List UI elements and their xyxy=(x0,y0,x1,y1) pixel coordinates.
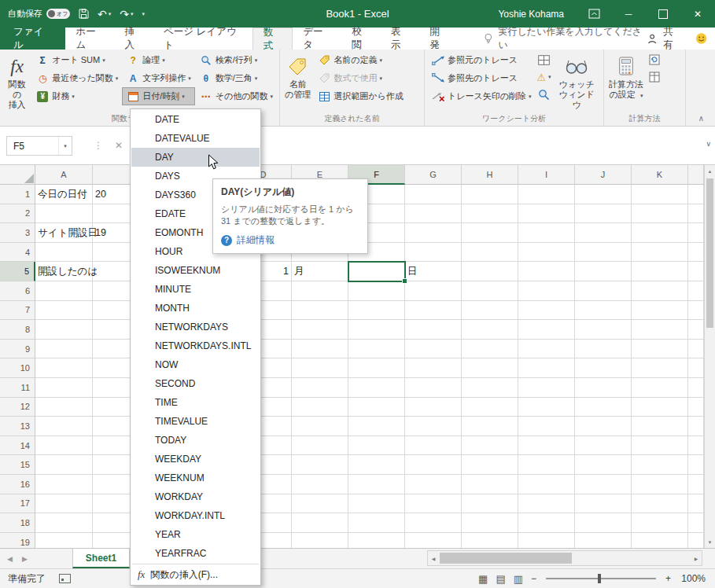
cell-G1[interactable] xyxy=(405,185,462,204)
cell-partial-row9[interactable] xyxy=(688,340,704,359)
evaluate-formula-button[interactable] xyxy=(536,86,553,103)
cell-K8[interactable] xyxy=(632,320,688,340)
save-button[interactable] xyxy=(79,9,89,19)
menu-item-YEAR[interactable]: YEAR xyxy=(131,525,260,544)
cell-G16[interactable] xyxy=(405,475,462,494)
cell-A9[interactable] xyxy=(35,340,93,359)
cell-I6[interactable] xyxy=(518,281,575,301)
cell-K18[interactable] xyxy=(632,513,688,533)
cell-A14[interactable] xyxy=(35,436,93,456)
cell-H15[interactable] xyxy=(462,455,518,475)
cell-partial-row13[interactable] xyxy=(688,417,704,436)
normal-view-icon[interactable]: ▦ xyxy=(478,573,488,585)
cell-G9[interactable] xyxy=(405,340,462,359)
zoom-out-button[interactable]: − xyxy=(531,573,536,584)
trace-dependents-button[interactable]: 参照先のトレース xyxy=(427,69,536,87)
cell-partial-row4[interactable] xyxy=(688,243,704,263)
cell-F15[interactable] xyxy=(348,455,405,475)
cell-A12[interactable] xyxy=(35,398,93,417)
cell-F13[interactable] xyxy=(348,417,405,436)
cell-I17[interactable] xyxy=(518,494,575,514)
date-time-button[interactable]: 日付/時刻 ▾ xyxy=(122,87,195,105)
name-box[interactable]: F5 ▾ xyxy=(6,136,72,156)
cell-H13[interactable] xyxy=(462,417,518,436)
cell-J14[interactable] xyxy=(575,436,632,456)
macro-record-icon[interactable] xyxy=(59,574,71,583)
cell-partial-row5[interactable] xyxy=(688,262,704,281)
vertical-scrollbar-thumb[interactable] xyxy=(706,178,713,328)
menu-item-MONTH[interactable]: MONTH xyxy=(131,299,260,318)
cell-H19[interactable] xyxy=(462,533,518,548)
cell-J17[interactable] xyxy=(575,494,632,514)
menu-item-TODAY[interactable]: TODAY xyxy=(131,431,260,450)
cell-K5[interactable] xyxy=(632,262,688,281)
cell-H17[interactable] xyxy=(462,494,518,514)
menu-item-TIME[interactable]: TIME xyxy=(131,393,260,412)
cell-F12[interactable] xyxy=(348,398,405,417)
collapse-ribbon-icon[interactable]: ∧ xyxy=(698,114,704,123)
zoom-slider-thumb[interactable] xyxy=(598,574,601,583)
cell-F14[interactable] xyxy=(348,436,405,456)
row-header-12[interactable]: 12 xyxy=(0,398,35,417)
remove-arrows-button[interactable]: トレース矢印の削除 ▾ xyxy=(427,87,536,105)
horizontal-scrollbar-thumb[interactable] xyxy=(440,553,572,564)
cancel-button[interactable]: ✕ xyxy=(111,138,127,153)
row-header-3[interactable]: 3 xyxy=(0,223,35,243)
cell-I8[interactable] xyxy=(518,320,575,340)
menu-item-DATEVALUE[interactable]: DATEVALUE xyxy=(131,129,260,148)
row-header-15[interactable]: 15 xyxy=(0,455,35,475)
cell-I14[interactable] xyxy=(518,436,575,456)
cell-I12[interactable] xyxy=(518,398,575,417)
row-header-16[interactable]: 16 xyxy=(0,475,35,494)
cell-K7[interactable] xyxy=(632,301,688,321)
cell-A3[interactable]: サイト開設日 xyxy=(35,223,93,243)
row-header-18[interactable]: 18 xyxy=(0,513,35,533)
cell-partial-row10[interactable] xyxy=(688,358,704,378)
menu-item-MINUTE[interactable]: MINUTE xyxy=(131,280,260,299)
cell-H1[interactable] xyxy=(462,185,518,204)
scroll-left-icon[interactable]: ◀ xyxy=(428,551,439,565)
calculation-options-button[interactable]: 計算方法 の設定 ▾ xyxy=(606,51,646,101)
cell-E9[interactable] xyxy=(292,340,348,359)
cell-H2[interactable] xyxy=(462,204,518,224)
cell-G10[interactable] xyxy=(405,358,462,378)
row-header-8[interactable]: 8 xyxy=(0,320,35,340)
cell-K9[interactable] xyxy=(632,340,688,359)
cell-I15[interactable] xyxy=(518,455,575,475)
name-manager-button[interactable]: 名前 の管理 xyxy=(282,51,313,100)
ribbon-tab-file[interactable]: ファイル xyxy=(0,28,65,50)
name-box-value[interactable]: F5 xyxy=(7,141,58,152)
cell-F11[interactable] xyxy=(348,378,405,398)
ribbon-tab-データ[interactable]: データ xyxy=(293,28,341,50)
cell-G2[interactable] xyxy=(405,204,462,224)
undo-button[interactable]: ↶ ▾ xyxy=(98,9,111,20)
ribbon-tab-数式[interactable]: 数式 xyxy=(252,28,293,50)
menu-item-TIMEVALUE[interactable]: TIMEVALUE xyxy=(131,412,260,431)
cell-K19[interactable] xyxy=(632,533,688,548)
cell-E12[interactable] xyxy=(292,398,348,417)
row-header-4[interactable]: 4 xyxy=(0,243,35,263)
menu-item-NOW[interactable]: NOW xyxy=(131,355,260,374)
cell-A17[interactable] xyxy=(35,494,93,514)
selected-cell-outline[interactable] xyxy=(348,261,406,282)
chevron-down-icon[interactable]: ▾ xyxy=(58,137,72,155)
cell-G14[interactable] xyxy=(405,436,462,456)
cell-F19[interactable] xyxy=(348,533,405,548)
column-header-K[interactable]: K xyxy=(632,165,688,185)
cell-K11[interactable] xyxy=(632,378,688,398)
watch-window-button[interactable]: ウォッチ ウィンドウ xyxy=(553,51,601,110)
cell-K1[interactable] xyxy=(632,185,688,204)
cell-I16[interactable] xyxy=(518,475,575,494)
show-formulas-button[interactable] xyxy=(536,51,553,68)
cell-F18[interactable] xyxy=(348,513,405,533)
cell-G12[interactable] xyxy=(405,398,462,417)
cell-E10[interactable] xyxy=(292,358,348,378)
cell-H6[interactable] xyxy=(462,281,518,301)
column-header-J[interactable]: J xyxy=(575,165,632,185)
row-header-1[interactable]: 1 xyxy=(0,185,35,204)
cell-E11[interactable] xyxy=(292,378,348,398)
cell-K12[interactable] xyxy=(632,398,688,417)
column-header-I[interactable]: I xyxy=(518,165,575,185)
cell-F17[interactable] xyxy=(348,494,405,514)
ribbon-tab-ホーム[interactable]: ホーム xyxy=(65,28,114,50)
